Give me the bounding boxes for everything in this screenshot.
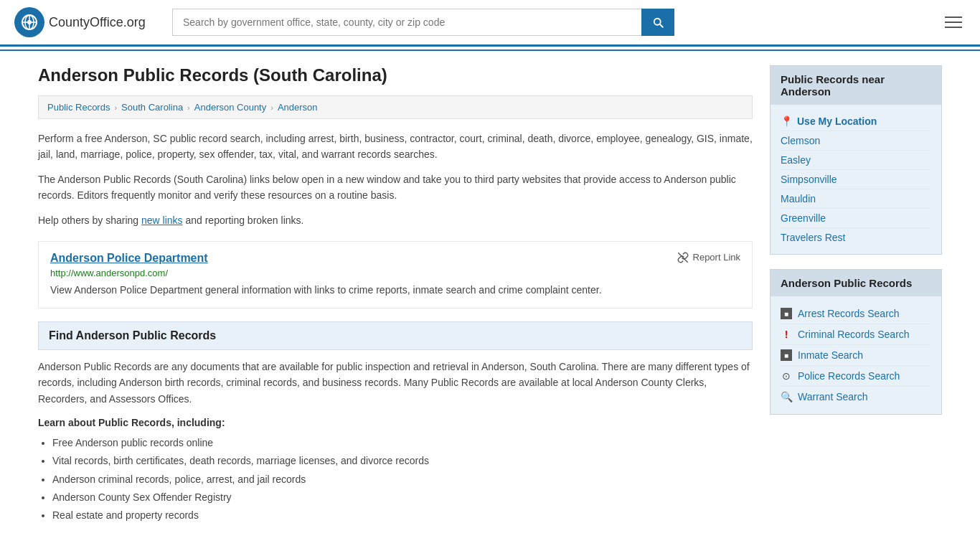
logo-text: CountyOffice.org — [49, 15, 146, 30]
arrest-records-link[interactable]: Arrest Records Search — [798, 308, 900, 319]
sidebar-location-clemson: Clemson — [781, 131, 931, 151]
location-link-easley[interactable]: Easley — [781, 154, 811, 166]
inmate-search-icon: ■ — [781, 349, 792, 361]
content-area: Anderson Public Records (South Carolina)… — [38, 65, 753, 524]
record-entry-header: Anderson Police Department Report Link — [50, 252, 740, 265]
find-section-heading: Find Anderson Public Records — [38, 321, 753, 350]
sidebar-nearby-title: Public Records near Anderson — [771, 66, 941, 105]
sidebar-warrant-search: 🔍 Warrant Search — [781, 387, 931, 407]
search-icon — [651, 16, 664, 29]
sidebar-criminal-records: ! Criminal Records Search — [781, 324, 931, 345]
record-title-link[interactable]: Anderson Police Department — [50, 252, 208, 265]
list-item: Free Anderson public records online — [52, 434, 753, 452]
menu-button[interactable] — [941, 13, 966, 32]
location-link-greenville[interactable]: Greenville — [781, 212, 826, 224]
location-link-clemson[interactable]: Clemson — [781, 135, 820, 146]
record-description: View Anderson Police Department general … — [50, 283, 740, 298]
search-input[interactable] — [172, 9, 641, 36]
sidebar-location-easley: Easley — [781, 151, 931, 170]
sidebar-records-body: ■ Arrest Records Search ! Criminal Recor… — [771, 296, 941, 414]
logo-icon — [14, 7, 44, 37]
learn-list: Free Anderson public records online Vita… — [38, 434, 753, 524]
list-item: Anderson criminal records, police, arres… — [52, 471, 753, 489]
list-item: Real estate and property records — [52, 507, 753, 524]
record-url[interactable]: http://www.andersonpd.com/ — [50, 268, 740, 278]
sidebar-police-records: ⊙ Police Records Search — [781, 366, 931, 387]
learn-heading: Learn about Public Records, including: — [38, 417, 753, 428]
location-link-travelers-rest[interactable]: Travelers Rest — [781, 232, 846, 243]
sidebar-location-mauldin: Mauldin — [781, 189, 931, 209]
new-links-link[interactable]: new links — [141, 215, 183, 226]
breadcrumb-anderson-county[interactable]: Anderson County — [194, 102, 266, 113]
police-records-icon: ⊙ — [781, 370, 792, 382]
breadcrumb-sep-3: › — [270, 103, 273, 112]
sidebar-location-greenville: Greenville — [781, 209, 931, 228]
breadcrumb-sep-1: › — [114, 103, 117, 112]
list-item: Anderson County Sex Offender Registry — [52, 489, 753, 507]
sidebar-nearby-section: Public Records near Anderson 📍 Use My Lo… — [770, 65, 942, 255]
logo-area: CountyOffice.org — [14, 7, 158, 37]
list-item: Vital records, birth certificates, death… — [52, 452, 753, 470]
use-my-location-button[interactable]: 📍 Use My Location — [781, 112, 931, 131]
sidebar-records-title: Anderson Public Records — [771, 270, 941, 296]
search-button[interactable] — [641, 9, 674, 36]
sidebar-location-simpsonville: Simpsonville — [781, 170, 931, 189]
search-container — [172, 9, 674, 36]
police-records-link[interactable]: Police Records Search — [798, 370, 900, 382]
page-title: Anderson Public Records (South Carolina) — [38, 65, 753, 85]
description-1: Perform a free Anderson, SC public recor… — [38, 131, 753, 163]
sidebar-arrest-records: ■ Arrest Records Search — [781, 303, 931, 324]
find-section-desc: Anderson Public Records are any document… — [38, 359, 753, 407]
location-link-simpsonville[interactable]: Simpsonville — [781, 174, 837, 185]
breadcrumb: Public Records › South Carolina › Anders… — [38, 95, 753, 119]
breadcrumb-south-carolina[interactable]: South Carolina — [121, 102, 183, 113]
location-pin-icon: 📍 — [781, 116, 793, 127]
criminal-records-icon: ! — [781, 329, 792, 340]
description-2: The Anderson Public Records (South Carol… — [38, 171, 753, 204]
inmate-search-link[interactable]: Inmate Search — [798, 349, 863, 361]
sidebar: Public Records near Anderson 📍 Use My Lo… — [770, 65, 942, 524]
breadcrumb-sep-2: › — [187, 103, 190, 112]
record-entry-anderson-pd: Anderson Police Department Report Link h… — [38, 241, 753, 309]
sidebar-inmate-search: ■ Inmate Search — [781, 345, 931, 366]
sidebar-location-travelers-rest: Travelers Rest — [781, 228, 931, 247]
location-link-mauldin[interactable]: Mauldin — [781, 193, 816, 204]
description-3: Help others by sharing new links and rep… — [38, 212, 753, 228]
breadcrumb-anderson[interactable]: Anderson — [278, 102, 318, 113]
sidebar-records-section: Anderson Public Records ■ Arrest Records… — [770, 269, 942, 415]
sidebar-nearby-body: 📍 Use My Location Clemson Easley Simpson… — [771, 105, 941, 254]
breadcrumb-public-records[interactable]: Public Records — [47, 102, 110, 113]
arrest-records-icon: ■ — [781, 308, 792, 319]
report-link-icon — [677, 252, 689, 263]
warrant-search-link[interactable]: Warrant Search — [798, 391, 868, 402]
warrant-search-icon: 🔍 — [781, 391, 792, 402]
criminal-records-link[interactable]: Criminal Records Search — [798, 329, 910, 340]
report-link-button[interactable]: Report Link — [677, 252, 740, 263]
site-header: CountyOffice.org — [0, 0, 980, 47]
main-container: Anderson Public Records (South Carolina)… — [24, 51, 956, 539]
